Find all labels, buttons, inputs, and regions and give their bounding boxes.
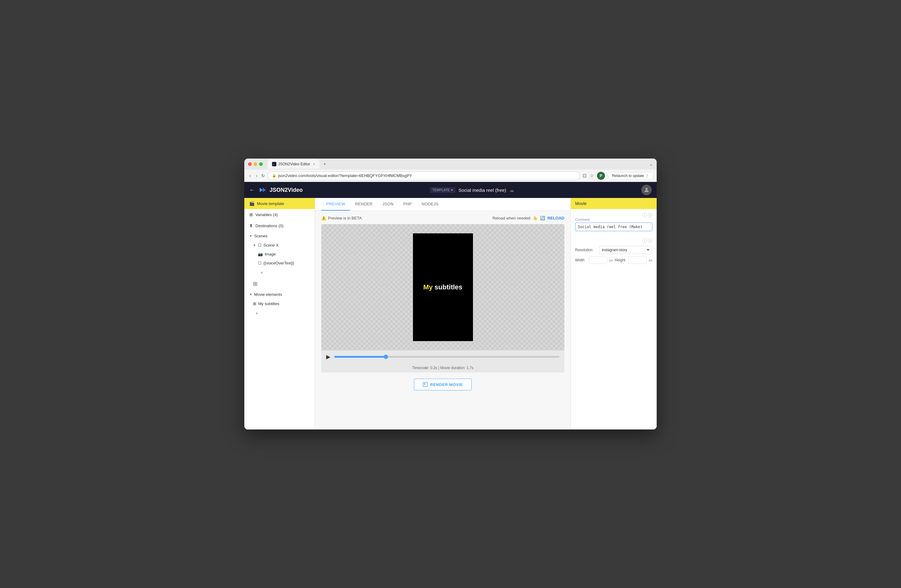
render-icon — [423, 382, 428, 387]
app-logo: JSON2Video — [259, 186, 303, 194]
site-security-icon: 🔒 — [272, 174, 276, 178]
progress-bar[interactable] — [334, 356, 560, 358]
svg-point-4 — [645, 188, 648, 190]
panel-resolution-section: i × Resolution instagram-story Width px … — [571, 235, 657, 268]
tab-json[interactable]: JSON — [377, 198, 399, 211]
cast-icon[interactable]: ⊡ — [583, 173, 586, 179]
relaunch-btn[interactable]: Relaunch to update ⋮ — [608, 172, 653, 179]
maximize-window-btn[interactable] — [259, 162, 263, 166]
reload-area: Reload when needed 👆 🔄 RELOAD — [493, 216, 564, 220]
svg-marker-3 — [263, 188, 266, 192]
titlebar-chevron-icon[interactable]: ⌄ — [649, 162, 653, 167]
preview-toolbar: ⚠️ Preview is in BETA Reload when needed… — [321, 216, 564, 220]
width-input[interactable] — [589, 256, 608, 264]
sidebar: 🎬 Movie template ⊞ Variables (4) ⬆ Desti… — [244, 198, 315, 429]
app-header: ← JSON2Video TEMPLATE ▾ Social media ree… — [244, 182, 657, 198]
sidebar-voiceover[interactable]: ☐ {{voiceOverText}} — [244, 259, 315, 268]
header-center: TEMPLATE ▾ Social media reel (free) ☁ — [307, 187, 638, 193]
variables-icon: ⊞ — [249, 212, 253, 217]
render-movie-btn[interactable]: RENDER MOVIE — [414, 379, 472, 390]
progress-fill — [334, 356, 386, 358]
tab-php[interactable]: PHP — [399, 198, 417, 211]
sidebar-item-destinations[interactable]: ⬆ Destinations (0) — [244, 220, 315, 231]
reload-nav-btn[interactable]: ↻ — [261, 173, 265, 178]
svg-text:>: > — [273, 163, 274, 166]
close-window-btn[interactable] — [248, 162, 252, 166]
panel-info-icon[interactable]: i — [642, 213, 647, 217]
height-input[interactable] — [628, 256, 647, 264]
sidebar-item-variables[interactable]: ⊞ Variables (4) — [244, 209, 315, 220]
app-window: > JSON2Video Editor × + ⌄ ‹ › ↻ 🔒 json2v… — [244, 159, 657, 429]
height-label: Height — [615, 258, 627, 262]
tab-nodejs[interactable]: NODEJS — [417, 198, 443, 211]
tab-title: JSON2Video Editor — [278, 162, 310, 166]
play-btn[interactable]: ▶ — [326, 353, 330, 360]
sidebar-image[interactable]: 📷 Image — [244, 250, 315, 259]
close-tab-btn[interactable]: × — [313, 162, 315, 166]
tab-render[interactable]: RENDER — [350, 198, 377, 211]
scenes-toggle-icon: ▼ — [249, 234, 253, 238]
height-unit: px — [648, 258, 652, 262]
width-label: Width — [575, 258, 587, 262]
panel-close-icon[interactable]: × — [648, 213, 652, 217]
reload-btn[interactable]: RELOAD — [547, 216, 564, 220]
voiceover-icon: ☐ — [258, 261, 262, 265]
resolution-row: Resolution instagram-story — [575, 246, 652, 254]
template-badge[interactable]: TEMPLATE ▾ — [430, 187, 455, 193]
template-name: Social media reel (free) — [458, 187, 506, 193]
logo-icon — [259, 186, 267, 194]
add-scene-element-btn[interactable]: + — [258, 269, 315, 277]
video-stage: My subtitles — [321, 224, 564, 350]
profile-btn[interactable]: P — [597, 172, 605, 180]
video-frame: My subtitles — [413, 233, 473, 341]
new-tab-btn[interactable]: + — [320, 159, 330, 169]
back-nav-btn[interactable]: ‹ — [248, 172, 252, 180]
url-text: json2video.com/tools/visual-editor/?temp… — [278, 173, 575, 178]
subtitle-rest-text: subtitles — [433, 283, 463, 291]
sidebar-scenes-header[interactable]: ▼ Scenes — [244, 231, 315, 241]
content-tabs: PREVIEW RENDER JSON PHP NODEJS — [315, 198, 571, 211]
forward-nav-btn[interactable]: › — [254, 172, 259, 180]
resolution-info-icon[interactable]: i — [642, 239, 647, 243]
image-icon: 📷 — [258, 252, 263, 256]
address-input[interactable]: 🔒 json2video.com/tools/visual-editor/?te… — [267, 172, 580, 180]
tab-preview[interactable]: PREVIEW — [321, 198, 350, 211]
comment-input[interactable] — [575, 223, 652, 231]
right-panel: Movie i × Comment i × Resolution instagr… — [571, 198, 657, 429]
add-scene-btn[interactable]: ⊞ — [249, 281, 257, 287]
user-avatar[interactable] — [641, 185, 652, 195]
panel-comment-section: i × Comment — [571, 209, 657, 235]
bookmark-icon[interactable]: ☆ — [589, 173, 594, 179]
tab-bar: > JSON2Video Editor × + — [268, 159, 647, 169]
sidebar-item-movie-template[interactable]: 🎬 Movie template — [244, 198, 315, 209]
destinations-icon: ⬆ — [249, 223, 253, 228]
app-back-btn[interactable]: ← — [249, 187, 255, 193]
relaunch-menu-icon: ⋮ — [645, 174, 649, 178]
resolution-label: Resolution — [575, 248, 597, 252]
svg-marker-2 — [260, 188, 263, 192]
movie-template-icon: 🎬 — [249, 201, 254, 206]
timecode: Timecode: 0.2s | Movie duration: 1.7s — [321, 363, 564, 373]
active-tab[interactable]: > JSON2Video Editor × — [268, 159, 320, 169]
comment-label: Comment — [575, 218, 652, 221]
subtitle-display: My subtitles — [423, 283, 462, 291]
content-area: PREVIEW RENDER JSON PHP NODEJS ⚠️ Previe… — [315, 198, 571, 429]
scene-x-toggle-icon: ▼ — [253, 243, 256, 247]
main-content: 🎬 Movie template ⊞ Variables (4) ⬆ Desti… — [244, 198, 657, 429]
panel-header: Movie — [571, 198, 657, 209]
dimensions-row: Width px Height px — [575, 256, 652, 264]
sidebar-scene-x[interactable]: ▼ ☐ Scene X — [244, 241, 315, 250]
beta-badge: ⚠️ Preview is in BETA — [321, 216, 362, 220]
subtitle-my-text: My — [423, 283, 433, 291]
sidebar-my-subtitles[interactable]: ⊞ My subtitles — [244, 299, 315, 308]
scene-x-icon: ☐ — [258, 243, 262, 248]
cloud-save-icon[interactable]: ☁ — [509, 187, 514, 193]
svg-rect-5 — [423, 382, 427, 387]
resolution-close-icon[interactable]: × — [648, 239, 652, 243]
minimize-window-btn[interactable] — [254, 162, 257, 166]
sidebar-movie-elements-header[interactable]: ▼ Movie elements — [244, 290, 315, 299]
panel-icons-row: i × — [575, 213, 652, 217]
add-movie-element-btn[interactable]: + — [253, 309, 315, 317]
resolution-select[interactable]: instagram-story — [599, 246, 652, 254]
address-right-icons: ⊡ ☆ P Relaunch to update ⋮ — [583, 172, 653, 180]
